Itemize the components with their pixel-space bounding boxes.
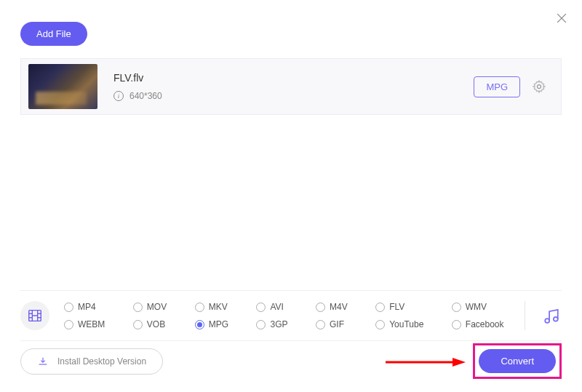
format-label: 3GP bbox=[270, 319, 287, 329]
file-thumbnail bbox=[28, 64, 97, 109]
format-option-3gp[interactable]: 3GP bbox=[256, 319, 292, 329]
format-label: MKV bbox=[209, 302, 228, 312]
format-option-mpg[interactable]: MPG bbox=[195, 319, 234, 329]
radio-icon bbox=[133, 303, 143, 312]
format-option-mkv[interactable]: MKV bbox=[195, 302, 234, 312]
radio-icon bbox=[256, 303, 266, 312]
format-option-webm[interactable]: WEBM bbox=[64, 319, 110, 329]
radio-icon bbox=[375, 320, 385, 329]
format-option-m4v[interactable]: M4V bbox=[316, 302, 352, 312]
format-option-gif[interactable]: GIF bbox=[316, 319, 352, 329]
radio-icon bbox=[64, 320, 73, 329]
format-label: MPG bbox=[209, 319, 228, 329]
format-option-wmv[interactable]: WMV bbox=[452, 302, 509, 312]
format-option-avi[interactable]: AVI bbox=[256, 302, 292, 312]
format-label: Facebook bbox=[466, 319, 504, 329]
format-option-mov[interactable]: MOV bbox=[133, 302, 172, 312]
radio-icon bbox=[375, 303, 385, 312]
install-label: Install Desktop Version bbox=[57, 356, 146, 367]
format-label: MOV bbox=[147, 302, 167, 312]
close-icon[interactable] bbox=[554, 11, 569, 25]
radio-icon bbox=[452, 320, 461, 329]
add-file-button[interactable]: Add File bbox=[20, 22, 87, 46]
radio-icon bbox=[64, 303, 73, 312]
file-name: FLV.flv bbox=[113, 72, 474, 84]
format-label: WEBM bbox=[78, 319, 105, 329]
convert-highlight: Convert bbox=[473, 343, 562, 379]
convert-button[interactable]: Convert bbox=[479, 349, 556, 373]
target-format-button[interactable]: MPG bbox=[474, 76, 520, 97]
svg-point-11 bbox=[545, 319, 549, 323]
format-label: VOB bbox=[147, 319, 165, 329]
format-option-flv[interactable]: FLV bbox=[375, 302, 428, 312]
format-label: FLV bbox=[389, 302, 404, 312]
divider bbox=[525, 301, 525, 330]
radio-icon bbox=[316, 303, 325, 312]
radio-icon bbox=[133, 320, 143, 329]
gear-icon[interactable] bbox=[532, 79, 546, 94]
svg-point-2 bbox=[538, 85, 541, 89]
format-label: M4V bbox=[330, 302, 348, 312]
format-label: GIF bbox=[330, 319, 344, 329]
file-resolution: 640*360 bbox=[129, 91, 162, 101]
format-label: MP4 bbox=[78, 302, 96, 312]
radio-icon bbox=[195, 320, 204, 329]
format-option-youtube[interactable]: YouTube bbox=[375, 319, 428, 329]
video-icon[interactable] bbox=[20, 301, 49, 330]
radio-icon bbox=[195, 303, 204, 312]
install-desktop-button[interactable]: Install Desktop Version bbox=[20, 348, 163, 375]
music-icon[interactable] bbox=[541, 305, 562, 326]
format-label: YouTube bbox=[389, 319, 423, 329]
radio-icon bbox=[316, 320, 325, 329]
format-label: WMV bbox=[466, 302, 487, 312]
format-grid: MP4MOVMKVAVIM4VFLVWMVWEBMVOBMPG3GPGIFYou… bbox=[64, 302, 509, 329]
format-option-mp4[interactable]: MP4 bbox=[64, 302, 110, 312]
format-option-facebook[interactable]: Facebook bbox=[452, 319, 509, 329]
radio-icon bbox=[256, 320, 266, 329]
file-row: FLV.flv i 640*360 MPG bbox=[20, 58, 562, 115]
format-panel: MP4MOVMKVAVIM4VFLVWMVWEBMVOBMPG3GPGIFYou… bbox=[20, 290, 562, 341]
info-icon[interactable]: i bbox=[113, 91, 124, 101]
format-label: AVI bbox=[270, 302, 283, 312]
format-option-vob[interactable]: VOB bbox=[133, 319, 172, 329]
download-icon bbox=[37, 356, 49, 367]
radio-icon bbox=[452, 303, 461, 312]
